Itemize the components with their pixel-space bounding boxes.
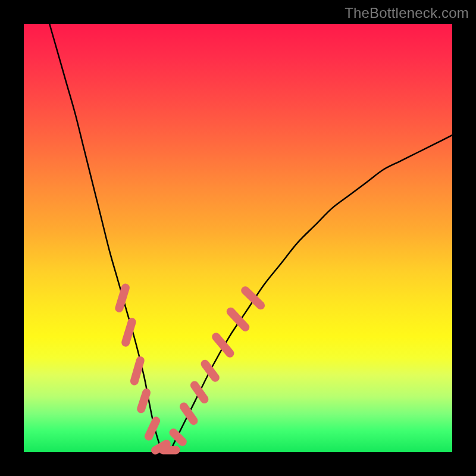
curve-markers	[119, 288, 261, 450]
curve-layer	[24, 24, 452, 452]
plot-area	[24, 24, 452, 452]
curve-marker	[126, 322, 132, 342]
watermark-text: TheBottleneck.com	[345, 5, 469, 21]
curve-marker	[231, 312, 246, 327]
curve-marker	[184, 406, 194, 421]
curve-marker	[141, 393, 146, 409]
bottleneck-curve	[49, 24, 452, 453]
curve-marker	[195, 385, 205, 399]
curve-marker	[205, 364, 215, 378]
curve-marker	[134, 361, 140, 381]
curve-marker	[149, 421, 156, 436]
chart-frame: TheBottleneck.com	[0, 0, 476, 476]
